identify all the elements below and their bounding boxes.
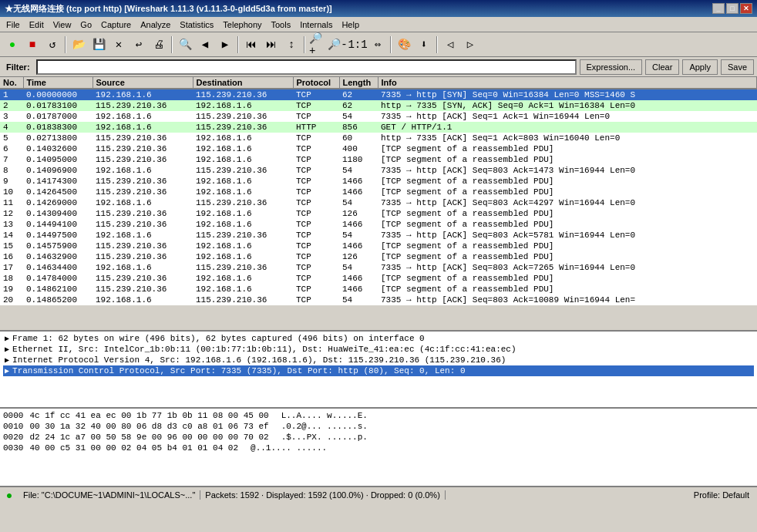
detail-row[interactable]: ▶Internet Protocol Version 4, Src: 192.1…	[3, 355, 754, 365]
table-row[interactable]: 180.14784000115.239.210.36192.168.1.6TCP…	[0, 273, 757, 284]
packet-cell: 192.168.1.6	[93, 165, 193, 176]
save-button[interactable]: Save	[721, 59, 754, 75]
toolbar-btn-6[interactable]: ✕	[109, 35, 128, 54]
packet-cell: TCP	[293, 100, 339, 111]
col-header-source[interactable]: Source	[93, 77, 193, 89]
expression-button[interactable]: Expression...	[580, 59, 643, 75]
table-row[interactable]: 100.14264500115.239.210.36192.168.1.6TCP…	[0, 187, 757, 197]
col-header-destination[interactable]: Destination	[193, 77, 293, 89]
table-row[interactable]: 120.14309400115.239.210.36192.168.1.6TCP…	[0, 208, 757, 219]
packet-cell: 192.168.1.6	[93, 122, 193, 133]
table-row[interactable]: 110.14269000192.168.1.6115.239.210.36TCP…	[0, 197, 757, 208]
toolbar-btn-7[interactable]: ↩	[130, 35, 148, 54]
toolbar-btn-26[interactable]: ◁	[441, 35, 459, 54]
toolbar-btn-11[interactable]: ◀	[196, 35, 214, 54]
table-row[interactable]: 60.14032600115.239.210.36192.168.1.6TCP4…	[0, 143, 757, 154]
menu-item-analyze[interactable]: Analyze	[136, 19, 175, 31]
menu-item-file[interactable]: File	[2, 19, 25, 31]
packet-cell: 17	[0, 262, 23, 273]
detail-row[interactable]: ▶Frame 1: 62 bytes on wire (496 bits), 6…	[3, 333, 754, 344]
hex-ascii: .0.2@... ......s.	[281, 422, 368, 431]
toolbar-btn-16[interactable]: ↕	[282, 35, 301, 54]
menu-item-statistics[interactable]: Statistics	[175, 19, 218, 31]
toolbar-btn-21[interactable]: ⇔	[368, 35, 387, 54]
packet-cell: 0.14494100	[23, 219, 93, 230]
toolbar-btn-10[interactable]: 🔍	[176, 35, 194, 54]
toolbar-btn-12[interactable]: ▶	[216, 35, 234, 54]
menu-item-view[interactable]: View	[49, 19, 76, 31]
toolbar-btn-20[interactable]: 1:1	[348, 35, 367, 54]
toolbar-btn-18[interactable]: 🔎+	[308, 35, 327, 54]
col-header-protocol[interactable]: Protocol	[293, 77, 339, 89]
detail-text: Transmission Control Protocol, Src Port:…	[12, 366, 466, 375]
toolbar-btn-19[interactable]: 🔎-	[328, 35, 347, 54]
packet-cell: TCP	[293, 143, 339, 154]
table-row[interactable]: 160.14632900115.239.210.36192.168.1.6TCP…	[0, 251, 757, 262]
toolbar-btn-27[interactable]: ▷	[461, 35, 479, 54]
toolbar-separator-22	[390, 36, 392, 53]
packet-cell: 7335 → http [ACK] Seq=803 Ack=10089 Win=…	[378, 295, 757, 305]
packet-cell: 0.01783100	[23, 100, 93, 111]
expand-icon[interactable]: ▶	[5, 356, 9, 365]
toolbar-btn-4[interactable]: 📂	[69, 35, 88, 54]
packet-cell: [TCP segment of a reassembled PDU]	[378, 187, 757, 197]
table-row[interactable]: 10.00000000192.168.1.6115.239.210.36TCP6…	[0, 89, 757, 100]
toolbar-btn-15[interactable]: ⏭	[262, 35, 281, 54]
toolbar-btn-0[interactable]: ●	[3, 35, 22, 54]
table-row[interactable]: 190.14862100115.239.210.36192.168.1.6TCP…	[0, 284, 757, 295]
close-button[interactable]: ✕	[740, 3, 752, 14]
expand-icon[interactable]: ▶	[5, 335, 9, 343]
window-controls: _ □ ✕	[712, 3, 752, 14]
toolbar-btn-24[interactable]: ⬇	[415, 35, 433, 54]
menu-item-internals[interactable]: Internals	[295, 19, 337, 31]
menu-item-help[interactable]: Help	[337, 19, 364, 31]
clear-button[interactable]: Clear	[645, 59, 679, 75]
maximize-button[interactable]: □	[726, 3, 738, 14]
table-row[interactable]: 140.14497500192.168.1.6115.239.210.36TCP…	[0, 230, 757, 241]
toolbar-btn-14[interactable]: ⏮	[242, 35, 261, 54]
menu-item-tools[interactable]: Tools	[267, 19, 296, 31]
toolbar-btn-8[interactable]: 🖨	[150, 35, 168, 54]
packet-cell: 0.14269000	[23, 197, 93, 208]
toolbar-btn-2[interactable]: ↺	[43, 35, 62, 54]
detail-text: Ethernet II, Src: IntelCor_1b:0b:11 (00:…	[12, 345, 516, 354]
menu-item-capture[interactable]: Capture	[96, 19, 136, 31]
table-row[interactable]: 30.01787000192.168.1.6115.239.210.36TCP5…	[0, 111, 757, 122]
table-row[interactable]: 80.14096900192.168.1.6115.239.210.36TCP5…	[0, 165, 757, 176]
hex-offset: 0030	[3, 443, 23, 453]
menu-item-go[interactable]: Go	[76, 19, 96, 31]
toolbar-btn-5[interactable]: 💾	[89, 35, 108, 54]
table-row[interactable]: 90.14174300115.239.210.36192.168.1.6TCP1…	[0, 176, 757, 187]
hex-offset: 0020	[3, 433, 23, 442]
table-row[interactable]: 200.14865200192.168.1.6115.239.210.36TCP…	[0, 295, 757, 305]
menu-item-telephony[interactable]: Telephony	[218, 19, 266, 31]
col-header-no[interactable]: No.	[0, 77, 23, 89]
table-row[interactable]: 150.14575900115.239.210.36192.168.1.6TCP…	[0, 241, 757, 251]
filter-input[interactable]	[36, 59, 577, 75]
table-row[interactable]: 70.14095000115.239.210.36192.168.1.6TCP1…	[0, 154, 757, 165]
col-header-time[interactable]: Time	[23, 77, 93, 89]
detail-row[interactable]: ▶Ethernet II, Src: IntelCor_1b:0b:11 (00…	[3, 344, 754, 355]
packet-cell: 7335 → http [ACK] Seq=1 Ack=1 Win=16944 …	[378, 111, 757, 122]
table-row[interactable]: 170.14634400192.168.1.6115.239.210.36TCP…	[0, 262, 757, 273]
status-file: File: "C:\DOCUME~1\ADMINI~1\LOCALS~..."	[19, 490, 200, 500]
menu-item-edit[interactable]: Edit	[25, 19, 49, 31]
expand-icon[interactable]: ▶	[5, 367, 9, 375]
packet-cell: 13	[0, 219, 23, 230]
toolbar-separator-3	[65, 36, 66, 53]
col-header-length[interactable]: Length	[339, 77, 378, 89]
table-row[interactable]: 20.01783100115.239.210.36192.168.1.6TCP6…	[0, 100, 757, 111]
table-row[interactable]: 50.02713800115.239.210.36192.168.1.6TCP6…	[0, 133, 757, 143]
table-row[interactable]: 130.14494100115.239.210.36192.168.1.6TCP…	[0, 219, 757, 230]
hex-row: 0020d2 24 1c a7 00 50 58 9e 00 96 00 00 …	[3, 432, 754, 443]
minimize-button[interactable]: _	[712, 3, 725, 14]
toolbar-btn-23[interactable]: 🎨	[395, 35, 413, 54]
toolbar-btn-1[interactable]: ■	[23, 35, 42, 54]
packet-cell: 126	[339, 208, 378, 219]
packet-cell: TCP	[293, 176, 339, 187]
detail-row[interactable]: ▶Transmission Control Protocol, Src Port…	[3, 365, 754, 376]
expand-icon[interactable]: ▶	[5, 345, 9, 354]
col-header-info[interactable]: Info	[378, 77, 757, 89]
apply-button[interactable]: Apply	[682, 59, 718, 75]
table-row[interactable]: 40.01838300192.168.1.6115.239.210.36HTTP…	[0, 122, 757, 133]
